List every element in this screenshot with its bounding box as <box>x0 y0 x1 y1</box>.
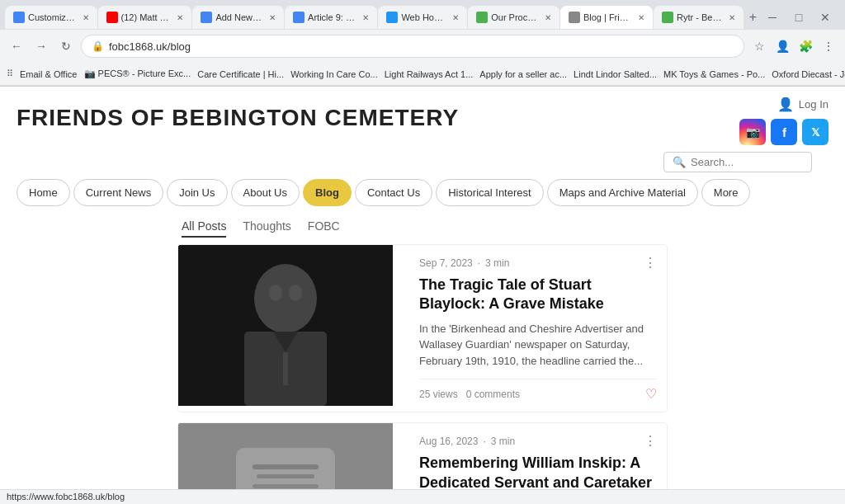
post-separator-1: · <box>483 436 485 447</box>
post-card-0: Sep 7, 2023 · 3 min ⋮ The Tragic Tale of… <box>177 244 668 412</box>
svg-rect-12 <box>253 464 319 469</box>
post-content-0: Sep 7, 2023 · 3 min ⋮ The Tragic Tale of… <box>409 245 667 412</box>
post-like-button-0[interactable]: ♡ <box>645 386 657 402</box>
bookmark-working[interactable]: Working In Care Co... <box>290 69 378 79</box>
tab-thoughts[interactable]: Thoughts <box>243 219 290 238</box>
profile-button[interactable]: 👤 <box>772 36 792 56</box>
bookmark-lindt[interactable]: Lindt Lindor Salted... <box>574 69 657 79</box>
header-right: 👤 Log In 📷 f 𝕏 <box>739 97 828 145</box>
tab-4[interactable]: Web Hosting, Dom... ✕ <box>378 6 467 29</box>
svg-rect-13 <box>257 474 314 478</box>
browser-actions: ☆ 👤 🧩 ⋮ <box>749 36 838 56</box>
search-input[interactable] <box>691 156 803 168</box>
search-box[interactable]: 🔍 <box>663 152 812 172</box>
status-url: https://www.fobc1868.uk/blog <box>7 492 125 502</box>
bookmark-mk-toys[interactable]: MK Toys & Games - Po... <box>663 69 765 79</box>
tab-2[interactable]: Add New Page - Pe... ✕ <box>192 6 284 29</box>
bookmarks-bar: ⠿ Email & Office 📷 PECS® - Picture Exc..… <box>0 63 845 86</box>
social-icons: 📷 f 𝕏 <box>739 119 828 145</box>
nav-maps-archive[interactable]: Maps and Archive Material <box>547 179 698 206</box>
post-content-1: Aug 16, 2023 · 3 min ⋮ Remembering Willi… <box>409 423 667 492</box>
svg-rect-14 <box>253 484 319 488</box>
svg-rect-8 <box>178 245 393 406</box>
nav-join-us[interactable]: Join Us <box>167 179 227 206</box>
facebook-icon[interactable]: f <box>771 119 797 145</box>
blog-filter-tabs: All Posts Thoughts FOBC <box>0 210 845 244</box>
login-button[interactable]: 👤 Log In <box>777 97 828 112</box>
browser-controls: ← → ↻ 🔒 fobc1868.uk/blog ☆ 👤 🧩 ⋮ <box>0 30 845 63</box>
bookmark-care-cert[interactable]: Care Certificate | Hi... <box>197 69 284 79</box>
tab-bar: Customize: Pennyst... ✕ (12) Matt - WPre… <box>0 0 845 30</box>
post-meta-left-1: Aug 16, 2023 · 3 min <box>419 436 515 447</box>
extensions-button[interactable]: 🧩 <box>795 36 815 56</box>
post-separator-0: · <box>478 257 480 269</box>
tab-7[interactable]: Rytr - Best AI Write... ✕ <box>654 6 744 29</box>
nav-contact-us[interactable]: Contact Us <box>355 179 432 206</box>
tab-fobc[interactable]: FOBC <box>308 219 340 238</box>
new-tab-button[interactable]: + <box>744 10 762 25</box>
nav-bar: Home Current News Join Us About Us Blog … <box>17 179 828 206</box>
nav-current-news[interactable]: Current News <box>73 179 163 206</box>
tab-0[interactable]: Customize: Pennyst... ✕ <box>5 6 97 29</box>
nav-historical-interest[interactable]: Historical Interest <box>436 179 543 206</box>
twitter-icon[interactable]: 𝕏 <box>802 119 828 145</box>
post-comments-0: 0 comments <box>466 389 520 400</box>
tab-3[interactable]: Article 9: Freedom o... ✕ <box>285 6 377 29</box>
bookmark-apply-seller[interactable]: Apply for a seller ac... <box>479 69 567 79</box>
tab-close-1[interactable]: ✕ <box>177 13 183 22</box>
post-footer-0: 25 views 0 comments ♡ <box>419 379 657 402</box>
post-readtime-1: 3 min <box>491 436 515 447</box>
post-date-0: Sep 7, 2023 <box>419 257 473 269</box>
post-views-0: 25 views <box>419 389 458 400</box>
nav-more[interactable]: More <box>701 179 751 206</box>
nav-blog[interactable]: Blog <box>303 179 352 206</box>
bookmark-email[interactable]: Email & Office <box>20 69 78 79</box>
tab-all-posts[interactable]: All Posts <box>182 219 226 238</box>
forward-button[interactable]: → <box>31 36 51 56</box>
status-bar: https://www.fobc1868.uk/blog <box>0 489 845 504</box>
post-title-1[interactable]: Remembering William Inskip: A Dedicated … <box>419 454 657 492</box>
instagram-icon[interactable]: 📷 <box>739 119 766 145</box>
tab-6-active[interactable]: Blog | Friends Of Be... ✕ <box>560 6 653 29</box>
post-title-0[interactable]: The Tragic Tale of Stuart Blaylock: A Gr… <box>419 276 657 314</box>
minimize-button[interactable]: ─ <box>762 7 782 27</box>
tab-1[interactable]: (12) Matt - WPress 0... ✕ <box>98 6 192 29</box>
address-bar[interactable]: 🔒 fobc1868.uk/blog <box>81 35 744 58</box>
tab-close-6[interactable]: ✕ <box>638 13 644 22</box>
bookmark-light-railways[interactable]: Light Railways Act 1... <box>385 69 474 79</box>
blog-posts-list: Sep 7, 2023 · 3 min ⋮ The Tragic Tale of… <box>0 244 845 492</box>
tab-close-2[interactable]: ✕ <box>269 13 276 22</box>
nav-home[interactable]: Home <box>17 179 70 206</box>
back-button[interactable]: ← <box>7 36 26 56</box>
tab-close-3[interactable]: ✕ <box>362 13 369 22</box>
apps-button[interactable]: ⠿ <box>7 68 13 79</box>
post-image-0 <box>178 245 393 406</box>
header-top: FRIENDS OF BEBINGTON CEMETERY 👤 Log In 📷… <box>17 97 828 145</box>
page-content: FRIENDS OF BEBINGTON CEMETERY 👤 Log In 📷… <box>0 87 845 500</box>
search-area: 🔍 <box>17 145 828 172</box>
maximize-button[interactable]: □ <box>789 7 809 27</box>
gravestone-svg <box>178 423 393 492</box>
bookmark-star[interactable]: ☆ <box>749 36 769 56</box>
tab-close-0[interactable]: ✕ <box>83 13 89 22</box>
tab-5[interactable]: Our Process - Penn... ✕ <box>468 6 559 29</box>
browser-chrome: Customize: Pennyst... ✕ (12) Matt - WPre… <box>0 0 845 87</box>
post-options-0[interactable]: ⋮ <box>644 255 657 271</box>
portrait-svg <box>178 245 393 406</box>
bookmark-oxford[interactable]: Oxford Diecast - Jo... <box>772 69 845 79</box>
bookmark-pecs[interactable]: 📷 PECS® - Picture Exc... <box>84 68 191 79</box>
post-meta-0: Sep 7, 2023 · 3 min ⋮ <box>419 255 657 271</box>
site-title: FRIENDS OF BEBINGTON CEMETERY <box>17 97 459 131</box>
post-options-1[interactable]: ⋮ <box>644 433 657 449</box>
tab-close-5[interactable]: ✕ <box>545 13 551 22</box>
navigation: Home Current News Join Us About Us Blog … <box>17 176 828 210</box>
nav-about-us[interactable]: About Us <box>231 179 300 206</box>
login-label: Log In <box>799 98 828 111</box>
close-window-button[interactable]: ✕ <box>815 7 835 27</box>
post-meta-left-0: Sep 7, 2023 · 3 min <box>419 257 509 269</box>
tab-close-4[interactable]: ✕ <box>452 13 459 22</box>
menu-button[interactable]: ⋮ <box>819 36 838 56</box>
post-meta-1: Aug 16, 2023 · 3 min ⋮ <box>419 433 657 449</box>
tab-close-7[interactable]: ✕ <box>729 13 735 22</box>
reload-button[interactable]: ↻ <box>56 36 76 56</box>
